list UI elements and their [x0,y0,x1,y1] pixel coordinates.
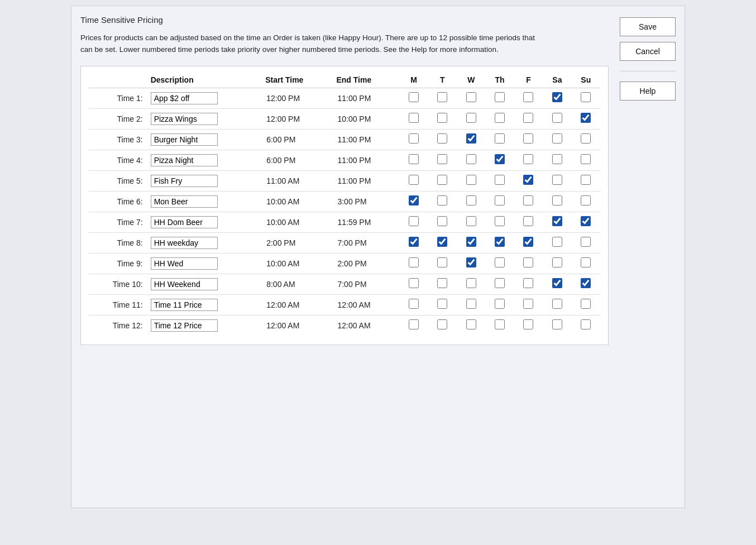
row-8-day-Su-checkbox[interactable] [581,237,591,247]
row-9-description-input[interactable] [151,257,218,270]
row-1-day-Sa-checkbox[interactable] [552,92,562,102]
row-4-day-Sa-checkbox[interactable] [552,154,562,164]
row-10-day-Th-checkbox[interactable] [495,278,505,288]
row-6-day-Th-checkbox[interactable] [495,195,505,205]
save-button[interactable]: Save [620,17,676,36]
row-9-day-M-checkbox[interactable] [409,257,419,267]
row-4-day-Th-checkbox[interactable] [495,154,505,164]
row-2-day-W-checkbox[interactable] [466,113,476,123]
row-3-day-Su-checkbox[interactable] [581,133,591,144]
row-11-day-Th-checkbox[interactable] [495,299,505,309]
row-7-day-M-checkbox[interactable] [409,216,419,226]
row-6-description-input[interactable] [151,195,218,208]
row-4-day-M-checkbox[interactable] [409,154,419,164]
row-9-day-Su-checkbox[interactable] [581,257,591,267]
row-12-day-F-checkbox[interactable] [523,319,533,329]
row-3-day-Th-checkbox[interactable] [495,133,505,144]
row-2-day-F-checkbox[interactable] [523,113,533,123]
row-12-day-Th-checkbox[interactable] [495,319,505,329]
row-6-day-T-checkbox[interactable] [437,195,447,205]
row-4-day-F-checkbox[interactable] [523,154,533,164]
row-12-day-Su-checkbox[interactable] [581,319,591,329]
row-8-day-Sa-checkbox[interactable] [552,237,562,247]
row-6-day-W-checkbox[interactable] [466,195,476,205]
row-2-day-Su-checkbox[interactable] [581,113,591,123]
row-6-day-M-checkbox[interactable] [409,195,419,205]
help-button[interactable]: Help [620,82,676,101]
row-6-day-Su-checkbox[interactable] [581,195,591,205]
row-11-day-Su-checkbox[interactable] [581,299,591,309]
row-5-description-input[interactable] [151,175,218,187]
row-9-day-Th-checkbox[interactable] [495,257,505,267]
row-3-day-M-checkbox[interactable] [409,133,419,144]
row-9-day-T-checkbox[interactable] [437,257,447,267]
row-12-day-T-checkbox[interactable] [437,319,447,329]
row-9-day-Sa-checkbox[interactable] [552,257,562,267]
row-3-day-W-checkbox[interactable] [466,133,476,144]
row-10-day-Sa-checkbox[interactable] [552,278,562,288]
row-2-day-M-checkbox[interactable] [409,113,419,123]
row-11-day-M-checkbox[interactable] [409,299,419,309]
row-7-day-F-checkbox[interactable] [523,216,533,226]
row-5-day-Th-checkbox[interactable] [495,175,505,185]
row-6-day-F-checkbox[interactable] [523,195,533,205]
row-4-day-W-checkbox[interactable] [466,154,476,164]
row-12-day-M-checkbox[interactable] [409,319,419,329]
row-2-day-Th-checkbox[interactable] [495,113,505,123]
row-7-day-Su-checkbox[interactable] [581,216,591,226]
row-5-day-M-checkbox[interactable] [409,175,419,185]
row-4-description-input[interactable] [151,154,218,166]
row-1-day-F-checkbox[interactable] [523,92,533,102]
row-8-description-input[interactable] [151,237,218,249]
row-3-description-input[interactable] [151,133,218,146]
row-1-description-input[interactable] [151,92,218,104]
row-1-day-T-checkbox[interactable] [437,92,447,102]
row-1-day-Th-checkbox[interactable] [495,92,505,102]
row-10-day-Su-checkbox[interactable] [581,278,591,288]
row-3-day-Sa-checkbox[interactable] [552,133,562,144]
row-5-day-F-checkbox[interactable] [523,175,533,185]
row-10-day-M-checkbox[interactable] [409,278,419,288]
row-5-day-T-checkbox[interactable] [437,175,447,185]
row-12-day-W-checkbox[interactable] [466,319,476,329]
row-4-day-Su-checkbox[interactable] [581,154,591,164]
row-1-day-M-checkbox[interactable] [409,92,419,102]
row-12-description-input[interactable] [151,319,218,332]
row-5-day-W-checkbox[interactable] [466,175,476,185]
row-9-day-F-checkbox[interactable] [523,257,533,267]
row-7-day-W-checkbox[interactable] [466,216,476,226]
row-11-day-F-checkbox[interactable] [523,299,533,309]
row-6-day-Sa-checkbox[interactable] [552,195,562,205]
row-10-description-input[interactable] [151,278,218,290]
row-7-description-input[interactable] [151,216,218,228]
row-7-day-Sa-checkbox[interactable] [552,216,562,226]
row-1-day-Su-checkbox[interactable] [581,92,591,102]
row-10-day-T-checkbox[interactable] [437,278,447,288]
row-11-day-T-checkbox[interactable] [437,299,447,309]
row-7-day-T-checkbox[interactable] [437,216,447,226]
row-4-day-T-checkbox[interactable] [437,154,447,164]
row-2-day-Sa-checkbox[interactable] [552,113,562,123]
row-10-day-W-checkbox[interactable] [466,278,476,288]
row-12-day-Sa-checkbox[interactable] [552,319,562,329]
row-9-day-W-checkbox[interactable] [466,257,476,267]
row-8-day-Th-checkbox[interactable] [495,237,505,247]
row-10-day-F-checkbox[interactable] [523,278,533,288]
row-1-day-W-checkbox[interactable] [466,92,476,102]
row-11-day-Sa-checkbox[interactable] [552,299,562,309]
row-5-day-Sa-checkbox[interactable] [552,175,562,185]
row-3-day-F-checkbox[interactable] [523,133,533,144]
row-2-day-T-checkbox[interactable] [437,113,447,123]
row-11-day-W-checkbox[interactable] [466,299,476,309]
row-8-day-T-checkbox[interactable] [437,237,447,247]
row-3-day-T-checkbox[interactable] [437,133,447,144]
cancel-button[interactable]: Cancel [620,42,676,61]
row-8-day-W-checkbox[interactable] [466,237,476,247]
row-8-day-Th-cell [485,232,514,253]
row-5-day-Su-checkbox[interactable] [581,175,591,185]
row-2-description-input[interactable] [151,113,218,125]
row-8-day-F-checkbox[interactable] [523,237,533,247]
row-11-description-input[interactable] [151,299,218,311]
row-8-day-M-checkbox[interactable] [409,237,419,247]
row-7-day-Th-checkbox[interactable] [495,216,505,226]
